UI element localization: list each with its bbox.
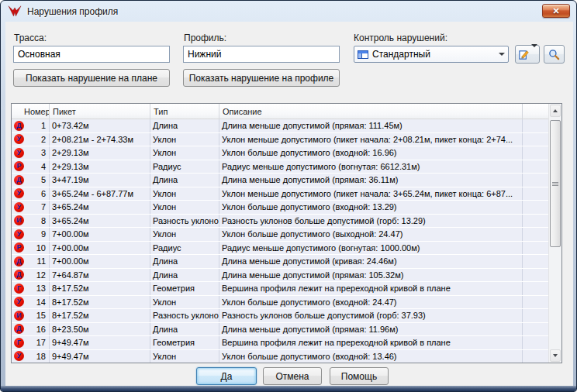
- table-row[interactable]: У 2 2+08.21м - 2+74.33м Уклон Уклон мень…: [12, 133, 548, 147]
- row-desc: Разность уклонов больше допустимой (горб…: [222, 216, 426, 225]
- row-desc: Уклон меньше допустимого (пикет начала: …: [222, 135, 513, 144]
- table-row[interactable]: У 7 3+65.24м Уклон Уклон больше допустим…: [12, 201, 548, 215]
- table-row[interactable]: Д 5 3+47.19м Длина Длина меньше допустим…: [12, 174, 548, 187]
- edit-control-button[interactable]: [515, 45, 540, 64]
- search-button[interactable]: [544, 45, 565, 64]
- row-type: Разность уклонов: [153, 311, 219, 320]
- row-type: Разность уклонов: [153, 216, 219, 225]
- row-type: Уклон: [153, 297, 176, 307]
- pencil-icon: [518, 49, 530, 60]
- row-number: 15: [24, 311, 49, 320]
- row-desc: Разность уклонов больше допустимой (горб…: [222, 311, 426, 320]
- row-type: Длина: [153, 256, 178, 266]
- dialog-window: Нарушения профиля ✕ Трасса: Профиль: Кон…: [0, 0, 577, 392]
- violation-icon: У: [14, 202, 24, 212]
- row-type: Длина: [153, 325, 178, 334]
- table-row[interactable]: Г 13 8+17.52м Геометрия Вершина профиля …: [12, 282, 548, 296]
- violation-icon: У: [14, 188, 24, 198]
- row-number: 5: [24, 175, 49, 184]
- violation-icon: Д: [14, 121, 24, 131]
- row-desc: Уклон больше допустимого (входной: 16.96…: [222, 148, 397, 157]
- row-piket: 2+08.21м - 2+74.33м: [52, 135, 133, 144]
- row-piket: 8+17.52м: [52, 311, 89, 320]
- row-type: Уклон: [153, 148, 176, 157]
- row-desc: Длина меньше допустимой (кривая: 24.46м): [222, 256, 397, 266]
- row-piket: 9+49.47м: [52, 338, 89, 347]
- titlebar: Нарушения профиля ✕: [1, 1, 576, 22]
- table-row[interactable]: Р 4 2+29.13м Радиус Радиус меньше допуст…: [12, 160, 548, 174]
- table-row[interactable]: И 15 8+17.52м Разность уклонов Разность …: [12, 309, 548, 323]
- violation-icon: Г: [14, 338, 24, 348]
- row-desc: Длина меньше допустимой (прямая: 11.96м): [222, 325, 398, 334]
- row-desc: Длина меньше допустимой (прямая: 111.45м…: [222, 121, 403, 130]
- table-row[interactable]: Д 1 0+73.42м Длина Длина меньше допустим…: [12, 119, 548, 133]
- row-number: 18: [24, 352, 49, 361]
- row-desc: Уклон меньше допустимого (пикет начала: …: [222, 189, 513, 198]
- row-number: 4: [24, 162, 49, 171]
- violation-icon: Д: [14, 175, 24, 185]
- row-type: Длина: [153, 270, 178, 280]
- scroll-down-button[interactable]: [550, 349, 561, 362]
- row-piket: 9+49.47м: [52, 352, 89, 361]
- row-number: 8: [24, 216, 49, 225]
- table-row[interactable]: Р 10 7+00.00м Радиус Радиус меньше допус…: [12, 242, 548, 256]
- row-piket: 8+17.52м: [52, 297, 89, 307]
- app-logo-icon: [8, 5, 22, 18]
- table-row[interactable]: У 9 7+00.00м Уклон Уклон больше допустим…: [12, 228, 548, 242]
- violation-icon: Д: [14, 270, 24, 280]
- yes-button[interactable]: Да: [196, 367, 257, 385]
- violation-icon: И: [14, 311, 24, 321]
- table-row[interactable]: У 3 2+29.13м Уклон Уклон больше допустим…: [12, 146, 548, 160]
- violation-icon: Р: [14, 242, 24, 253]
- vertical-scrollbar[interactable]: [548, 104, 561, 363]
- table-row[interactable]: У 14 8+17.52м Уклон Уклон больше допусти…: [12, 296, 548, 310]
- row-piket: 2+29.13м: [52, 148, 89, 157]
- column-header-description[interactable]: Описание: [219, 104, 523, 119]
- row-desc: Уклон больше допустимого (входной: 13.46…: [222, 352, 397, 361]
- row-type: Геометрия: [153, 284, 195, 293]
- cancel-button[interactable]: Отмена: [263, 367, 322, 385]
- show-on-plan-button[interactable]: Показать нарушение на плане: [13, 69, 170, 87]
- violation-icon: Д: [14, 256, 24, 266]
- row-piket: 7+64.87м: [52, 270, 89, 280]
- row-type: Длина: [153, 175, 178, 184]
- trassa-input[interactable]: [13, 46, 170, 63]
- close-icon: ✕: [552, 6, 559, 15]
- column-header-piket[interactable]: Пикет: [50, 104, 150, 119]
- table-row[interactable]: Г 17 9+49.47м Геометрия Вершина профиля …: [12, 336, 548, 350]
- table-row[interactable]: У 18 9+49.47м Уклон Уклон больше допусти…: [12, 350, 548, 363]
- row-piket: 3+65.24м: [52, 216, 89, 225]
- table-row[interactable]: Д 16 8+23.50м Длина Длина меньше допусти…: [12, 323, 548, 337]
- close-button[interactable]: ✕: [542, 4, 570, 18]
- row-number: 3: [24, 148, 49, 157]
- row-number: 12: [24, 270, 49, 280]
- window-title: Нарушения профиля: [27, 6, 118, 17]
- row-number: 17: [24, 338, 49, 347]
- profil-input[interactable]: [183, 46, 340, 63]
- triangle-up-icon: [553, 109, 558, 112]
- column-header-number[interactable]: Номер: [12, 104, 50, 119]
- row-piket: 8+23.50м: [52, 325, 89, 334]
- table-row[interactable]: У 6 3+65.24м - 6+87.77м Уклон Уклон мень…: [12, 187, 548, 201]
- row-piket: 3+65.24м: [52, 202, 89, 211]
- column-header-type[interactable]: Тип: [150, 104, 219, 119]
- table-body: Д 1 0+73.42м Длина Длина меньше допустим…: [12, 119, 548, 363]
- chevron-down-icon[interactable]: [496, 46, 508, 62]
- row-piket: 0+73.42м: [52, 121, 89, 130]
- show-on-profile-button[interactable]: Показать нарушение на профиле: [183, 69, 340, 87]
- table-row[interactable]: Д 11 7+00.00м Длина Длина меньше допусти…: [12, 255, 548, 269]
- row-piket: 2+29.13м: [52, 162, 89, 171]
- row-piket: 7+00.00м: [52, 256, 89, 266]
- row-desc: Длина меньше допустимой (прямая: 36.11м): [222, 175, 398, 184]
- row-number: 11: [24, 256, 49, 266]
- control-combobox-value: Стандартный: [368, 49, 496, 60]
- control-combobox[interactable]: Стандартный: [354, 46, 509, 63]
- violation-icon: Р: [14, 161, 24, 171]
- table-row[interactable]: И 8 3+65.24м Разность уклонов Разность у…: [12, 215, 548, 229]
- help-button[interactable]: Помощь: [330, 367, 389, 385]
- row-type: Радиус: [153, 162, 181, 171]
- scroll-up-button[interactable]: [550, 105, 561, 117]
- row-desc: Уклон больше допустимого (выходной: 24.4…: [222, 229, 403, 239]
- scrollbar-thumb[interactable]: [550, 120, 561, 247]
- table-row[interactable]: Д 12 7+64.87м Длина Длина меньше допусти…: [12, 269, 548, 283]
